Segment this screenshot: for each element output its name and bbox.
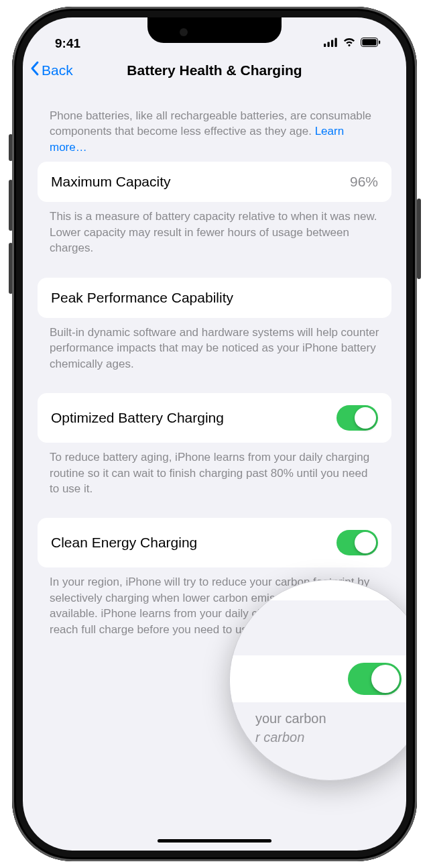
page-title: Battery Health & Charging bbox=[23, 62, 406, 78]
phone-frame: 9:41 Back Battery Health & bbox=[12, 7, 417, 861]
nav-bar: Back Battery Health & Charging bbox=[23, 58, 406, 89]
svg-rect-2 bbox=[331, 40, 333, 48]
maximum-capacity-value: 96% bbox=[350, 174, 378, 190]
power-button bbox=[417, 199, 421, 279]
peak-performance-footer: Built-in dynamic software and hardware s… bbox=[38, 318, 391, 393]
svg-rect-6 bbox=[379, 41, 380, 44]
clean-energy-toggle[interactable] bbox=[336, 530, 378, 555]
status-indicators bbox=[324, 38, 381, 50]
toggle-knob bbox=[371, 665, 400, 693]
maximum-capacity-label: Maximum Capacity bbox=[51, 174, 171, 190]
toggle-knob bbox=[355, 407, 376, 429]
wifi-icon bbox=[343, 38, 356, 50]
peak-performance-label: Peak Performance Capability bbox=[51, 290, 233, 306]
magnified-clean-energy-toggle[interactable] bbox=[348, 663, 402, 695]
optimized-charging-toggle[interactable] bbox=[336, 405, 378, 431]
battery-icon bbox=[361, 38, 381, 50]
optimized-charging-label: Optimized Battery Charging bbox=[51, 410, 224, 426]
back-button[interactable]: Back bbox=[29, 60, 73, 80]
magnified-footer-text: your carbon r carbon bbox=[255, 709, 326, 747]
peak-performance-cell[interactable]: Peak Performance Capability bbox=[38, 278, 391, 318]
magnified-clean-energy-cell bbox=[229, 655, 406, 702]
svg-rect-5 bbox=[362, 39, 376, 45]
home-indicator[interactable] bbox=[158, 839, 271, 843]
svg-rect-3 bbox=[335, 38, 337, 48]
svg-rect-0 bbox=[324, 44, 326, 47]
toggle-knob bbox=[355, 532, 376, 553]
chevron-left-icon bbox=[29, 60, 40, 80]
optimized-charging-footer: To reduce battery aging, iPhone learns f… bbox=[38, 443, 391, 518]
cellular-icon bbox=[324, 38, 338, 50]
phone-screen: 9:41 Back Battery Health & bbox=[23, 17, 406, 851]
clean-energy-label: Clean Energy Charging bbox=[51, 535, 197, 551]
optimized-charging-cell: Optimized Battery Charging bbox=[38, 393, 391, 443]
maximum-capacity-footer: This is a measure of battery capacity re… bbox=[38, 202, 391, 277]
intro-text: Phone batteries, like all rechargeable b… bbox=[38, 108, 391, 162]
back-label: Back bbox=[42, 62, 73, 78]
notch bbox=[147, 17, 282, 43]
clean-energy-cell: Clean Energy Charging bbox=[38, 518, 391, 567]
svg-rect-1 bbox=[328, 42, 330, 48]
maximum-capacity-cell[interactable]: Maximum Capacity 96% bbox=[38, 162, 391, 202]
status-time: 9:41 bbox=[55, 36, 80, 51]
